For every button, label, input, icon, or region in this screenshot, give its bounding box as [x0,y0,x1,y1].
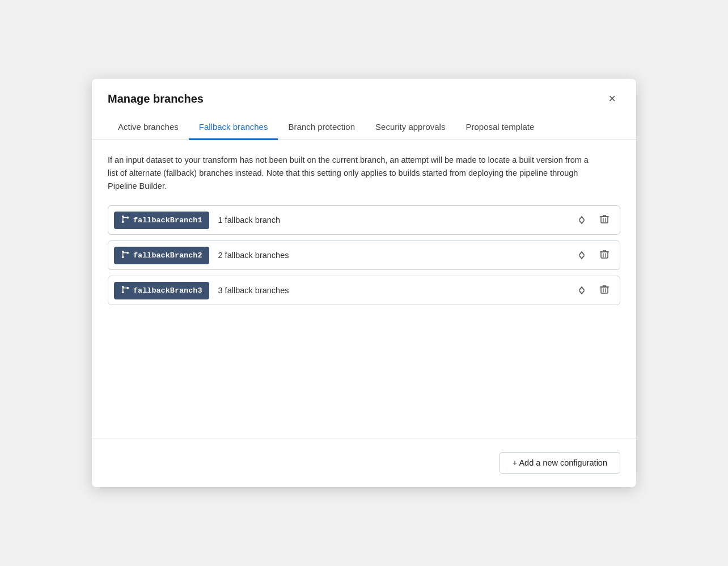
delete-button-3[interactable] [597,283,612,298]
branch-badge-3: fallbackBranch3 [114,282,209,299]
branch-name: fallbackBranch1 [133,216,202,225]
branch-icon [121,285,129,296]
branch-row-actions [574,283,612,298]
branch-count-label: 3 fallback branches [218,286,574,295]
tab-active-branches[interactable]: Active branches [108,116,189,140]
branch-row-2: fallbackBranch22 fallback branches [108,240,620,270]
tab-proposal-template[interactable]: Proposal template [455,116,544,140]
branch-row-1: fallbackBranch11 fallback branch [108,205,620,235]
svg-point-12 [122,256,124,258]
branch-count-label: 1 fallback branch [218,216,574,225]
tabs-bar: Active branchesFallback branchesBranch p… [92,116,636,140]
modal-body: If an input dataset to your transform ha… [92,140,636,438]
close-button[interactable]: × [604,90,620,107]
branch-icon [121,215,129,226]
branch-name: fallbackBranch3 [133,286,202,295]
sort-button-2[interactable] [574,249,589,261]
svg-rect-26 [601,287,608,293]
modal-footer: + Add a new configuration [92,438,636,487]
branch-badge-1: fallbackBranch1 [114,212,209,229]
branch-name: fallbackBranch2 [133,251,202,260]
description-text: If an input dataset to your transform ha… [108,154,595,193]
branch-badge-2: fallbackBranch2 [114,247,209,264]
delete-button-1[interactable] [597,213,612,228]
branch-icon [121,250,129,261]
add-configuration-button[interactable]: + Add a new configuration [500,452,620,474]
tab-branch-protection[interactable]: Branch protection [278,116,365,140]
sort-button-1[interactable] [574,214,589,226]
delete-button-2[interactable] [597,248,612,263]
branch-row-3: fallbackBranch33 fallback branches [108,276,620,305]
svg-point-23 [122,291,124,293]
branch-list: fallbackBranch11 fallback branch fallbac… [108,205,620,305]
tab-fallback-branches[interactable]: Fallback branches [189,116,278,140]
modal-title: Manage branches [108,92,204,105]
manage-branches-modal: Manage branches × Active branchesFallbac… [92,79,636,487]
branch-row-actions [574,248,612,263]
sort-button-3[interactable] [574,284,589,297]
branch-row-actions [574,213,612,228]
branch-count-label: 2 fallback branches [218,251,574,260]
svg-rect-4 [601,217,608,223]
svg-point-1 [122,221,124,223]
modal-header: Manage branches × [92,79,636,116]
svg-rect-15 [601,252,608,258]
tab-security-approvals[interactable]: Security approvals [365,116,455,140]
